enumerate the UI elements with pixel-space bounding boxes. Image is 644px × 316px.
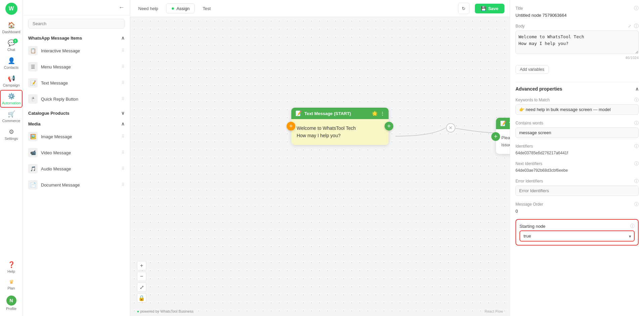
interactive-message-icon: 📋 (28, 46, 38, 55)
help-icon: ❓ (8, 261, 15, 268)
node-title2: Text M (509, 121, 510, 126)
contains-words-input[interactable] (515, 127, 639, 138)
message-order-info-icon[interactable]: ⓘ (634, 201, 639, 207)
contains-words-label: Contains words (515, 121, 543, 125)
starting-node-select[interactable]: true false (519, 230, 635, 242)
drag-handle[interactable]: ⠿ (121, 182, 125, 187)
zoom-out-button[interactable]: − (137, 272, 146, 281)
drag-handle[interactable]: ⠿ (121, 166, 125, 171)
fit-view-button[interactable]: ⤢ (137, 282, 146, 292)
assign-button[interactable]: ● Assign (166, 3, 195, 13)
identifiers-info-icon[interactable]: ⓘ (634, 143, 639, 149)
node-type-icon: 📝 (295, 110, 302, 116)
error-identifiers-info-icon[interactable]: ⓘ (634, 178, 639, 184)
message-order-label-row: Message Order ⓘ (515, 201, 639, 207)
quick-reply-icon: 🖱️ (28, 94, 38, 104)
sidebar-item-video-message[interactable]: 📹 Video Message ⠿ (23, 145, 130, 161)
menu-message-icon: ☰ (28, 62, 38, 71)
sidebar-item-dashboard[interactable]: 🏠 Dashboard (0, 19, 22, 37)
section-collapse-toggle[interactable]: ∧ (121, 121, 125, 126)
starting-node-info-icon[interactable]: ⓘ (630, 223, 635, 229)
refresh-icon: ↻ (462, 6, 465, 11)
contains-words-info-icon[interactable]: ⓘ (634, 120, 639, 126)
node-menu-button[interactable]: ⋮ (380, 111, 385, 116)
contains-words-label-row: Contains words ⓘ (515, 120, 639, 126)
lock-button[interactable]: 🔒 (137, 293, 146, 303)
starting-node-label: Starting node (519, 224, 545, 229)
node-emoji: 🌟 (372, 111, 378, 116)
sidebar-item-settings[interactable]: ⚙ Settings (0, 125, 22, 143)
section-collapse-toggle[interactable]: ∧ (121, 35, 125, 41)
section-expand-toggle[interactable]: ∨ (121, 110, 125, 116)
sidebar-item-automation[interactable]: ⚙️ Automation (0, 90, 22, 108)
keywords-info-icon[interactable]: ⓘ (634, 97, 639, 103)
sidebar-item-label: Automation (2, 101, 21, 105)
sidebar-item-document-message[interactable]: 📄 Document Message ⠿ (23, 177, 130, 193)
body-label: Body (515, 24, 525, 29)
avatar: N (6, 296, 16, 306)
drag-handle[interactable]: ⠿ (121, 150, 125, 155)
next-identifiers-info-icon[interactable]: ⓘ (634, 161, 639, 167)
sidebar-item-label: Settings (5, 137, 18, 141)
add-variables-button[interactable]: Add variables (515, 65, 549, 74)
expand-icon[interactable]: ⤢ (628, 24, 631, 29)
refresh-button[interactable]: ↻ (458, 3, 469, 14)
video-message-icon: 📹 (28, 148, 38, 157)
sidebar-item-campaign[interactable]: 📢 Campaign (0, 72, 22, 90)
node-header: 📝 Text Message (START) 🌟 ⋮ (291, 108, 389, 119)
section-title: Media (28, 121, 41, 126)
sidebar-item-interactive-message[interactable]: 📋 Interactive Message ⠿ (23, 43, 130, 59)
body-info-icon[interactable]: ⓘ (634, 23, 639, 29)
save-button[interactable]: 💾 Save (475, 4, 504, 13)
sidebar-header: ← (23, 0, 130, 15)
crown-icon: ♛ (9, 279, 14, 285)
char-count: 46/1024 (515, 56, 639, 60)
sidebar-item-contacts[interactable]: 👤 Contacts (0, 54, 22, 72)
main-area: Need help ● Assign Test ↻ 💾 Save ✕ + 📝 (130, 0, 510, 316)
panel-divider (515, 82, 639, 82)
title-info-icon[interactable]: ⓘ (634, 5, 639, 11)
error-identifiers-input[interactable] (515, 186, 639, 196)
drag-handle[interactable]: ⠿ (121, 97, 125, 101)
sidebar-item-profile[interactable]: N Profile (0, 293, 22, 313)
node-add-right-button[interactable]: + (385, 122, 393, 130)
section-title: Catalogue Products (28, 111, 69, 116)
drag-handle[interactable]: ⠿ (121, 134, 125, 139)
node-add-left-button[interactable]: + (287, 122, 295, 130)
node-add-left2-button[interactable]: + (491, 132, 500, 141)
sidebar-item-image-message[interactable]: 🖼️ Image Message ⠿ (23, 128, 130, 145)
back-button[interactable]: ← (118, 4, 125, 11)
test-link[interactable]: Test (200, 4, 213, 13)
keywords-input[interactable] (515, 104, 639, 115)
whatsapp-icon: ● (171, 5, 175, 11)
audio-message-icon: 🎵 (28, 164, 38, 173)
drag-handle[interactable]: ⠿ (121, 48, 125, 53)
sidebar-item-help[interactable]: ❓ Help (0, 258, 22, 276)
section-whatsapp-message-items: WhatsApp Message Items ∧ (23, 32, 130, 43)
top-bar: Need help ● Assign Test ↻ 💾 Save (130, 0, 510, 17)
next-identifiers-field: Next Identifiers ⓘ 64de03ae792b68d3cbf6e… (515, 161, 639, 173)
sidebar-item-text-message[interactable]: 📝 Text Message ⠿ (23, 75, 130, 91)
app-logo[interactable]: W (5, 3, 17, 15)
sidebar-item-menu-message[interactable]: ☰ Menu Message ⠿ (23, 59, 130, 75)
sidebar-item-label: Campaign (3, 83, 19, 87)
sidebar-item-commerce[interactable]: 🛒 Commerce (0, 108, 22, 125)
sidebar-item-chat[interactable]: 5 💬 Chat (0, 37, 22, 54)
drag-handle[interactable]: ⠿ (121, 64, 125, 69)
contains-words-field: Contains words ⓘ (515, 120, 639, 138)
error-identifiers-field: Error Identifiers ⓘ (515, 178, 639, 196)
zoom-in-button[interactable]: + (137, 261, 146, 270)
drag-handle[interactable]: ⠿ (121, 81, 125, 85)
advanced-properties-header[interactable]: Advanced properties ∧ (515, 86, 639, 92)
advanced-toggle-icon[interactable]: ∧ (635, 86, 639, 92)
contacts-icon: 👤 (8, 57, 15, 64)
body-textarea[interactable]: Welcome to WhatsTool Tech How may I help… (515, 31, 639, 54)
sidebar-item-plan[interactable]: ♛ Plan (0, 276, 22, 293)
item-label: Document Message (41, 182, 118, 188)
sidebar-item-quick-reply-button[interactable]: 🖱️ Quick Reply Button ⠿ (23, 91, 130, 107)
item-label: Audio Message (41, 166, 118, 171)
sidebar-item-audio-message[interactable]: 🎵 Audio Message ⠿ (23, 161, 130, 177)
text-message-icon: 📝 (28, 78, 38, 88)
search-input[interactable] (28, 19, 125, 29)
need-help-link[interactable]: Need help (136, 4, 161, 13)
